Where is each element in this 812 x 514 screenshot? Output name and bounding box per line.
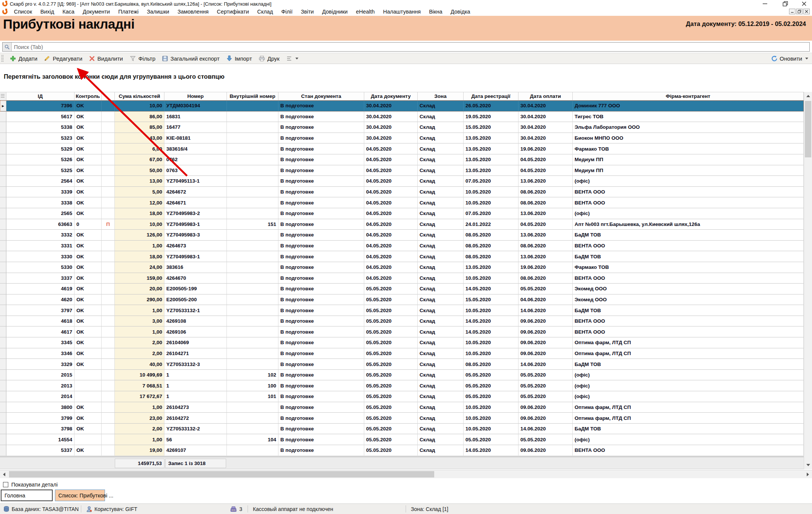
column-header-firm[interactable]: Фірма-контрагент — [573, 92, 804, 100]
menu-item-6[interactable]: Залишки — [143, 9, 173, 15]
column-header-state[interactable]: Стан документа — [278, 92, 364, 100]
cell-firm: Экомед ООО — [573, 294, 804, 305]
menu-item-2[interactable]: Вихід — [36, 9, 58, 15]
column-header-flag[interactable] — [102, 92, 115, 100]
column-header-docdate[interactable]: Дата документу — [364, 92, 418, 100]
minimize-button[interactable] — [760, 1, 770, 7]
child-restore-button[interactable] — [796, 9, 803, 14]
delete-button[interactable]: Видалити — [86, 55, 126, 62]
menu-item-4[interactable]: Документи — [79, 9, 114, 15]
restore-button[interactable] — [780, 1, 790, 7]
cell-docdate: 30.04.2020 — [364, 122, 418, 133]
edit-button[interactable]: Редагувати — [41, 55, 86, 62]
table-row[interactable]: 3329OK40,00YZ70533132-3В подготовке05.05… — [0, 359, 804, 370]
tab-invoice-list[interactable]: Список: Прибуткові ... — [55, 490, 105, 501]
table-row[interactable]: 4617OK1,004269106В подготовке05.05.2020С… — [0, 326, 804, 337]
close-button[interactable] — [799, 1, 809, 7]
cell-firm: БаДМ ТОВ — [573, 359, 804, 370]
menu-item-7[interactable]: Замовлення — [173, 9, 213, 15]
column-header-number[interactable]: Номер — [164, 92, 227, 100]
table-row[interactable]: 5617OK86,0016831В подготовке30.04.2020Ск… — [0, 111, 804, 122]
table-row[interactable]: 5337OK19,004269107В подготовке05.05.2020… — [0, 445, 804, 456]
table-row[interactable]: 3345OK2,0026104069В подготовке05.05.2020… — [0, 337, 804, 348]
table-row[interactable]: 3798OK2,00YZ70533132-2В подготовке05.05.… — [0, 424, 804, 435]
table-row[interactable]: 20137 068,511100В подготовке05.05.2020Ск… — [0, 380, 804, 391]
table-row[interactable]: 2565OK18,00YZ70495983-2В подготовке04.05… — [0, 208, 804, 219]
menu-item-12[interactable]: Довідники — [318, 9, 352, 15]
horizontal-scrollbar[interactable] — [0, 470, 812, 478]
toolbar-grip[interactable] — [1, 55, 4, 62]
table-row[interactable]: 636630П10,00YZ70495983-1151В подготовке0… — [0, 219, 804, 230]
import-button[interactable]: Імпорт — [223, 55, 255, 62]
menu-item-11[interactable]: Звіти — [297, 9, 318, 15]
vertical-scroll-thumb[interactable] — [805, 101, 811, 157]
menu-item-1[interactable]: Список — [10, 9, 36, 15]
table-row[interactable]: 5325OK50,000763В подготовке04.05.2020Скл… — [0, 165, 804, 176]
group-by-panel[interactable]: Перетягніть заголовок колонки сюди для у… — [0, 65, 812, 92]
add-button[interactable]: Додати — [7, 55, 41, 62]
column-header-internal[interactable]: Внутрішній номер — [227, 92, 278, 100]
scroll-right-button[interactable] — [804, 470, 812, 478]
cell-control: OK — [75, 111, 102, 122]
menu-item-9[interactable]: Склад — [253, 9, 277, 15]
column-header-regdate[interactable]: Дата реестрації — [464, 92, 519, 100]
tab-main[interactable]: Головна — [1, 490, 53, 501]
horizontal-scroll-thumb[interactable] — [9, 471, 434, 477]
table-row[interactable]: 3331OK1,004264673В подготовке04.05.2020С… — [0, 241, 804, 252]
column-header-id[interactable]: ІД — [6, 92, 75, 100]
column-header-control[interactable]: Контроль — [75, 92, 102, 100]
refresh-button[interactable]: Оновити — [771, 55, 812, 62]
table-row[interactable]: 3797OK1,00YZ70533132-1В подготовке05.05.… — [0, 305, 804, 316]
vertical-scrollbar[interactable] — [804, 92, 812, 469]
menu-item-10[interactable]: Філії — [277, 9, 297, 15]
menu-item-16[interactable]: Довідка — [446, 9, 474, 15]
column-header-sum[interactable]: Сума кількостей — [115, 92, 164, 100]
table-row[interactable]: 145541,0056104В подготовке05.05.2020Скла… — [0, 434, 804, 445]
details-label: Показувати деталі — [11, 482, 58, 488]
table-row[interactable]: 3330OK18,00YZ70495983-1В подготовке04.05… — [0, 251, 804, 262]
table-row[interactable]: 3339OK5,004264672В подготовке04.05.2020С… — [0, 187, 804, 198]
table-row[interactable]: 5329OK6,00383616/4В подготовке04.05.2020… — [0, 143, 804, 154]
print-button[interactable]: Друк — [255, 55, 283, 62]
table-row[interactable]: 201417 672,671101В подготовке05.05.2020С… — [0, 391, 804, 402]
table-row[interactable]: ▸7396OK10,00УТДМ0304194В подготовке30.04… — [0, 101, 804, 111]
cell-number: 0763 — [164, 165, 227, 176]
table-row[interactable]: 3337OK159,004264670В подготовке04.05.202… — [0, 273, 804, 284]
table-header-row: ІДКонтрольСума кількостейНомерВнутрішній… — [0, 92, 804, 101]
search-button[interactable] — [3, 43, 12, 51]
child-minimize-button[interactable] — [789, 9, 795, 14]
table-row[interactable]: 3799OK23,0026104272В подготовке05.05.202… — [0, 413, 804, 424]
filter-button[interactable]: Фільтр — [126, 55, 159, 62]
table-row[interactable]: 5338OK85,0016477В подготовке30.04.2020Ск… — [0, 122, 804, 133]
table-row[interactable]: 3332OK126,00YZ70495983-3В подготовке04.0… — [0, 230, 804, 241]
scroll-down-button[interactable] — [804, 461, 812, 469]
table-row[interactable]: 201510 499,691102В подготовке05.05.2020С… — [0, 370, 804, 381]
menu-item-5[interactable]: Платежі — [114, 9, 143, 15]
table-row[interactable]: 5330OK24,00383616В подготовке04.05.2020С… — [0, 262, 804, 273]
table-row[interactable]: 4619OK20,00E200505-199В подготовке05.05.… — [0, 284, 804, 294]
column-header-zone[interactable]: Зона — [418, 92, 464, 100]
table-row[interactable]: 4620OK290,00E200505-200В подготовке05.05… — [0, 294, 804, 305]
table-row[interactable]: 5323OK43,00KIE-08181В подготовке30.04.20… — [0, 133, 804, 144]
cell-state: В подготовке — [278, 176, 364, 187]
table-row[interactable]: 2564OK13,00YZ70495113-1В подготовке04.05… — [0, 176, 804, 187]
details-checkbox[interactable] — [3, 482, 8, 487]
column-header-paydate[interactable]: Дата оплати — [519, 92, 573, 100]
child-close-button[interactable] — [803, 9, 810, 14]
menu-item-14[interactable]: Налаштування — [379, 9, 425, 15]
menu-item-13[interactable]: eHealth — [352, 9, 379, 15]
menu-item-3[interactable]: Каса — [58, 9, 79, 15]
menu-item-8[interactable]: Сертифікати — [213, 9, 253, 15]
minimize-icon — [791, 10, 794, 13]
scroll-up-button[interactable] — [804, 92, 812, 100]
table-row[interactable]: 4618OK3,004269108В подготовке05.05.2020С… — [0, 316, 804, 327]
table-row[interactable]: 3800OK1,0026104273В подготовке05.05.2020… — [0, 402, 804, 413]
menu-item-15[interactable]: Вікна — [425, 9, 446, 15]
table-row[interactable]: 3346OK2,0026104271В подготовке05.05.2020… — [0, 348, 804, 359]
export-button[interactable]: Загальний експорт — [159, 55, 223, 62]
search-input[interactable] — [12, 44, 809, 50]
table-row[interactable]: 3338OK12,004264671В подготовке04.05.2020… — [0, 197, 804, 208]
view-options-button[interactable] — [283, 56, 302, 61]
table-row[interactable]: 5326OK67,000762В подготовке04.05.2020Скл… — [0, 154, 804, 165]
scroll-left-button[interactable] — [0, 470, 8, 478]
